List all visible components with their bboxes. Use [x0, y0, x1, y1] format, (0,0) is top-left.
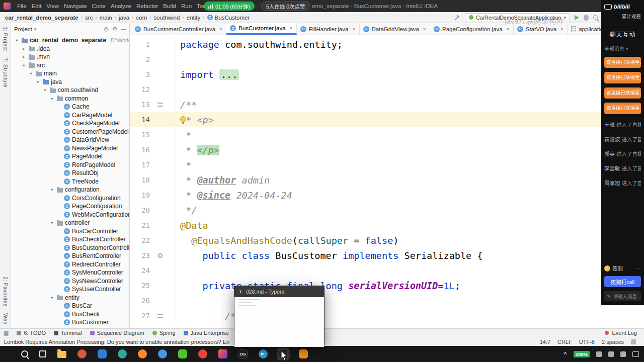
hide-panel-icon[interactable]: ―	[121, 26, 126, 32]
toolwindow-java-enterprise[interactable]: Java Enterprise	[184, 330, 229, 336]
menu-navigate[interactable]: Navigate	[61, 0, 89, 12]
tree-item-java[interactable]: ▾java	[11, 78, 129, 86]
tree-item-rentpagemodel[interactable]: CRentPageModel	[11, 161, 129, 169]
tab-pageconfiguration.java[interactable]: CPageConfiguration.java✕	[430, 23, 514, 35]
breadcrumb-item-src[interactable]: src	[85, 15, 93, 21]
code-line-18[interactable]: 18 * @author admin	[130, 172, 644, 188]
app-icon-3[interactable]	[118, 349, 127, 358]
tree-item-buscheck[interactable]: CBusCheck	[11, 310, 129, 319]
tree-item-cache[interactable]: CCache	[11, 103, 129, 111]
chevron-down-icon[interactable]: ▾	[35, 79, 41, 84]
chevron-right-icon[interactable]: ▸	[21, 54, 27, 59]
tree-item-src[interactable]: ▾src	[11, 61, 129, 70]
build-hammer-icon[interactable]	[454, 14, 460, 21]
gear-icon[interactable]: ⚙	[112, 26, 117, 32]
toolwindow-spring[interactable]: Spring	[152, 330, 176, 336]
chevron-down-icon[interactable]: ▾	[49, 295, 55, 300]
close-icon[interactable]: ✕	[560, 27, 564, 32]
live-link-banner[interactable]: 该直播已联播至..	[604, 87, 641, 99]
code-line-20[interactable]: 20 */	[130, 203, 644, 218]
toolstrip-web[interactable]: Web	[3, 313, 9, 325]
tree-item-buscustomercontroller[interactable]: CBusCustomerController	[11, 244, 129, 252]
tree-item-main[interactable]: ▾main	[11, 69, 129, 78]
toolstrip-project[interactable]: 1: Project	[3, 27, 9, 51]
code-line-24[interactable]: 24	[130, 263, 644, 278]
code-line-1[interactable]: 1package com.southwind.entity;	[130, 37, 644, 52]
debug-button[interactable]	[584, 15, 589, 21]
chevron-down-icon[interactable]: ▾	[34, 27, 37, 32]
chevron-down-icon[interactable]: ▾	[28, 71, 34, 76]
search-everywhere-icon[interactable]	[593, 15, 598, 20]
tree-item-configuration[interactable]: ▾configuration	[11, 186, 129, 194]
tree-item-.mvn[interactable]: ▸.mvn	[11, 53, 129, 61]
lock-icon[interactable]	[631, 339, 636, 344]
file-explorer-icon[interactable]	[57, 351, 66, 358]
comment-gutter-icon[interactable]	[152, 314, 168, 318]
more-icon[interactable]: ⋯	[636, 265, 641, 271]
typora-window[interactable]: T 028.md - Typora	[234, 286, 325, 345]
close-icon[interactable]: ✕	[506, 27, 510, 32]
code-line-26[interactable]: 26	[130, 293, 644, 308]
network-icon[interactable]	[620, 351, 626, 357]
typora-titlebar[interactable]: T 028.md - Typora	[234, 286, 324, 297]
breadcrumb-item-java[interactable]: java	[118, 15, 130, 21]
menu-file[interactable]: File	[15, 0, 29, 12]
menu-code[interactable]: Code	[89, 0, 108, 12]
code-line-2[interactable]: 2	[130, 52, 644, 67]
chevron-down-icon[interactable]: ▾	[14, 38, 20, 43]
toolwindow-6-todo[interactable]: 6: TODO	[17, 330, 46, 336]
chevron-down-icon[interactable]: ▾	[49, 220, 55, 225]
code-line-15[interactable]: 15 *	[130, 127, 644, 142]
app-icon-1[interactable]	[77, 349, 87, 358]
chevron-right-icon[interactable]: ▸	[21, 46, 27, 51]
close-icon[interactable]: ✕	[423, 27, 426, 32]
menu-build[interactable]: Build	[160, 0, 179, 12]
code-line-27[interactable]: 27 /**	[130, 308, 644, 323]
bili-chat-input[interactable]: ✎ 请输入消息...	[604, 291, 641, 301]
typora-document[interactable]	[234, 299, 324, 347]
toolwindow-switcher-icon[interactable]: ▦	[4, 330, 9, 336]
tree-item-checkpagemodel[interactable]: CCheckPageModel	[11, 119, 129, 128]
breadcrumb-item-com[interactable]: com	[136, 15, 148, 21]
code-line-12[interactable]: 12	[130, 82, 644, 97]
close-icon[interactable]: ✕	[352, 27, 355, 32]
tree-item-busrentcontroller[interactable]: CBusRentController	[11, 252, 129, 260]
breadcrumb-item-entity[interactable]: entity	[186, 15, 201, 21]
tree-item-newspagemodel[interactable]: CNewsPageModel	[11, 144, 129, 153]
comment-gutter-icon[interactable]	[152, 103, 168, 107]
notification-center-icon[interactable]	[632, 351, 639, 357]
mouse-icon[interactable]	[596, 351, 602, 357]
project-panel-title[interactable]: Project	[14, 26, 32, 32]
app-icon-5[interactable]	[198, 349, 207, 358]
tree-item-buscarcontroller[interactable]: CBusCarController	[11, 227, 129, 236]
menu-view[interactable]: View	[44, 0, 61, 12]
tree-item-customerpagemodel[interactable]: CCustomerPageModel	[11, 128, 129, 136]
toolstrip-favorites[interactable]: 2: Favorites	[3, 277, 9, 307]
bili-message-filter[interactable]: 全部消息 ▾	[604, 45, 641, 52]
app-icon-4[interactable]	[158, 349, 167, 358]
tree-item-buscheckcontroller[interactable]: CBusCheckController	[11, 235, 129, 244]
intention-bulb-icon[interactable]	[180, 116, 186, 122]
tree-item-sysusercontroller[interactable]: CSysUserController	[11, 285, 129, 294]
chevron-down-icon[interactable]: ▾	[49, 187, 55, 192]
tree-item-resultobj[interactable]: CResultObj	[11, 169, 129, 177]
datagrip-icon[interactable]: DG	[238, 349, 248, 358]
app-icon-2[interactable]	[98, 349, 107, 358]
tab-fillhandler.java[interactable]: CFillHandler.java✕	[297, 23, 360, 35]
tree-item-sysmenucontroller[interactable]: CSysMenuController	[11, 268, 129, 277]
chevron-down-icon[interactable]: ▾	[49, 96, 55, 101]
bili-signin-row[interactable]: 签到 ⋯	[604, 264, 641, 272]
tree-item-car-rental-demo-separate[interactable]: ▾car_rental_demo_separateD:\WorkSpace\Id	[11, 36, 129, 45]
tree-item-sysnewscontroller[interactable]: CSysNewsController	[11, 277, 129, 286]
chevron-down-icon[interactable]: ▾	[42, 87, 48, 93]
intellij-idea-icon[interactable]	[218, 349, 227, 358]
tree-item-datagridview[interactable]: CDataGridView	[11, 136, 129, 144]
menu-refactor[interactable]: Refactor	[134, 0, 160, 12]
locate-file-icon[interactable]: ◎	[104, 26, 109, 32]
code-line-23[interactable]: 23 public class BusCustomer implements S…	[130, 248, 644, 263]
tree-item-.idea[interactable]: ▸.idea	[11, 45, 129, 53]
screenshot-tool-icon[interactable]	[299, 349, 308, 358]
status-message[interactable]: Lombok Requires Annotation Processing: D…	[4, 339, 229, 345]
toolwindow-sequence-diagram[interactable]: Sequence Diagram	[90, 330, 144, 336]
live-link-banner[interactable]: 该直播已联播至..	[604, 57, 641, 68]
